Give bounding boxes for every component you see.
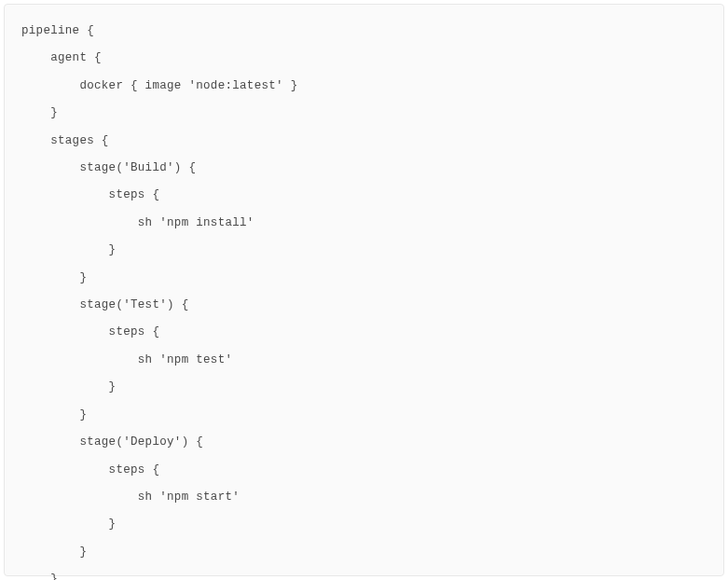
code-line: }	[21, 374, 707, 401]
code-line: docker { image 'node:latest' }	[21, 73, 707, 100]
code-block: pipeline { agent { docker { image 'node:…	[4, 4, 724, 576]
code-line: sh 'npm install'	[21, 210, 707, 237]
code-line: }	[21, 265, 707, 292]
code-line: }	[21, 100, 707, 127]
code-line: steps {	[21, 319, 707, 346]
code-line: pipeline {	[21, 18, 707, 45]
code-line: }	[21, 566, 707, 580]
code-line: stage('Build') {	[21, 155, 707, 182]
code-line: agent {	[21, 45, 707, 72]
code-line: }	[21, 237, 707, 264]
code-line: }	[21, 402, 707, 429]
code-line: }	[21, 511, 707, 538]
code-line: sh 'npm test'	[21, 347, 707, 374]
code-line: }	[21, 539, 707, 566]
code-line: stage('Test') {	[21, 292, 707, 319]
code-line: stages {	[21, 128, 707, 155]
code-line: steps {	[21, 457, 707, 484]
code-line: sh 'npm start'	[21, 484, 707, 511]
code-line: steps {	[21, 182, 707, 209]
code-line: stage('Deploy') {	[21, 429, 707, 456]
